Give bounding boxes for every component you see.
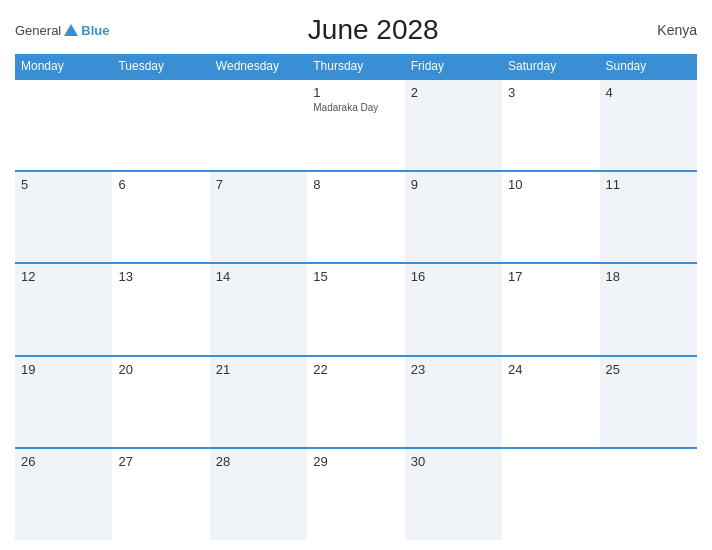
holiday-name: Madaraka Day — [313, 102, 398, 113]
calendar-cell: 13 — [112, 263, 209, 355]
calendar-cell: 6 — [112, 171, 209, 263]
calendar-cell: 21 — [210, 356, 307, 448]
day-number: 28 — [216, 454, 301, 469]
weekday-header-friday: Friday — [405, 54, 502, 79]
calendar-cell: 4 — [600, 79, 697, 171]
weekday-header-row: MondayTuesdayWednesdayThursdayFridaySatu… — [15, 54, 697, 79]
calendar-cell: 2 — [405, 79, 502, 171]
day-number: 10 — [508, 177, 593, 192]
calendar-cell: 10 — [502, 171, 599, 263]
calendar-cell — [502, 448, 599, 540]
calendar-cell: 9 — [405, 171, 502, 263]
calendar-cell: 8 — [307, 171, 404, 263]
day-number: 25 — [606, 362, 691, 377]
calendar-header: General Blue June 2028 Kenya — [15, 10, 697, 54]
day-number: 4 — [606, 85, 691, 100]
day-number: 23 — [411, 362, 496, 377]
calendar-cell: 30 — [405, 448, 502, 540]
day-number: 18 — [606, 269, 691, 284]
day-number: 26 — [21, 454, 106, 469]
calendar-title: June 2028 — [109, 14, 637, 46]
logo-blue-text: Blue — [81, 23, 109, 38]
calendar-cell: 27 — [112, 448, 209, 540]
day-number: 1 — [313, 85, 398, 100]
calendar-cell: 22 — [307, 356, 404, 448]
day-number: 8 — [313, 177, 398, 192]
calendar-week-row: 12131415161718 — [15, 263, 697, 355]
day-number: 16 — [411, 269, 496, 284]
calendar-cell: 17 — [502, 263, 599, 355]
calendar-cell: 29 — [307, 448, 404, 540]
day-number: 12 — [21, 269, 106, 284]
calendar-cell: 5 — [15, 171, 112, 263]
calendar-week-row: 2627282930 — [15, 448, 697, 540]
calendar-cell: 15 — [307, 263, 404, 355]
calendar-cell: 11 — [600, 171, 697, 263]
calendar-table: MondayTuesdayWednesdayThursdayFridaySatu… — [15, 54, 697, 540]
country-label: Kenya — [637, 22, 697, 38]
calendar-cell: 28 — [210, 448, 307, 540]
calendar-cell: 3 — [502, 79, 599, 171]
day-number: 24 — [508, 362, 593, 377]
calendar-week-row: 1Madaraka Day234 — [15, 79, 697, 171]
calendar-cell: 19 — [15, 356, 112, 448]
day-number: 13 — [118, 269, 203, 284]
day-number: 15 — [313, 269, 398, 284]
day-number: 9 — [411, 177, 496, 192]
day-number: 3 — [508, 85, 593, 100]
day-number: 7 — [216, 177, 301, 192]
day-number: 27 — [118, 454, 203, 469]
logo-triangle-icon — [64, 24, 78, 36]
calendar-cell: 25 — [600, 356, 697, 448]
calendar-cell: 18 — [600, 263, 697, 355]
day-number: 19 — [21, 362, 106, 377]
day-number: 30 — [411, 454, 496, 469]
calendar-cell — [15, 79, 112, 171]
calendar-cell: 23 — [405, 356, 502, 448]
calendar-cell — [112, 79, 209, 171]
calendar-cell — [210, 79, 307, 171]
calendar-cell: 14 — [210, 263, 307, 355]
day-number: 2 — [411, 85, 496, 100]
calendar-week-row: 567891011 — [15, 171, 697, 263]
calendar-cell: 7 — [210, 171, 307, 263]
calendar-cell: 24 — [502, 356, 599, 448]
weekday-header-tuesday: Tuesday — [112, 54, 209, 79]
day-number: 22 — [313, 362, 398, 377]
weekday-header-sunday: Sunday — [600, 54, 697, 79]
calendar-cell: 26 — [15, 448, 112, 540]
logo-general-text: General — [15, 23, 61, 38]
day-number: 29 — [313, 454, 398, 469]
day-number: 5 — [21, 177, 106, 192]
day-number: 14 — [216, 269, 301, 284]
day-number: 6 — [118, 177, 203, 192]
logo: General Blue — [15, 23, 109, 38]
day-number: 17 — [508, 269, 593, 284]
calendar-week-row: 19202122232425 — [15, 356, 697, 448]
weekday-header-saturday: Saturday — [502, 54, 599, 79]
calendar-cell: 20 — [112, 356, 209, 448]
weekday-header-monday: Monday — [15, 54, 112, 79]
calendar-cell: 12 — [15, 263, 112, 355]
day-number: 21 — [216, 362, 301, 377]
calendar-cell — [600, 448, 697, 540]
day-number: 20 — [118, 362, 203, 377]
day-number: 11 — [606, 177, 691, 192]
weekday-header-wednesday: Wednesday — [210, 54, 307, 79]
calendar-cell: 1Madaraka Day — [307, 79, 404, 171]
weekday-header-thursday: Thursday — [307, 54, 404, 79]
calendar-cell: 16 — [405, 263, 502, 355]
